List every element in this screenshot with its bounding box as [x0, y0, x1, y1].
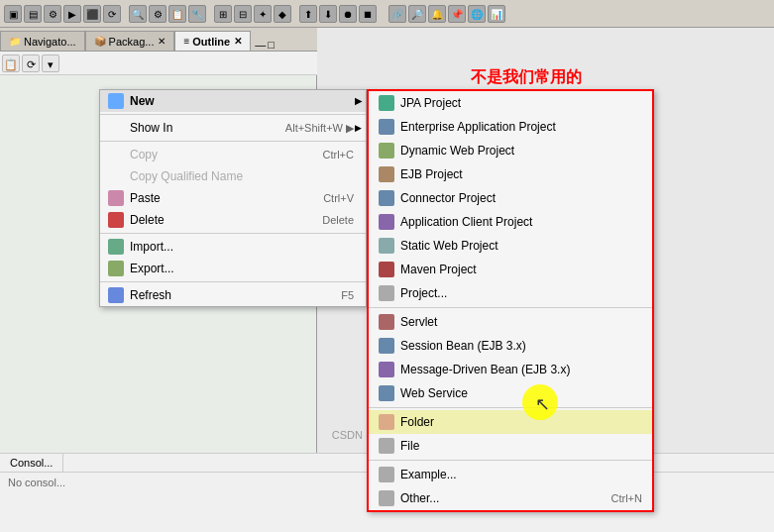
tab-outline[interactable]: ≡ Outline ✕ [174, 31, 251, 51]
toolbar-icon-1[interactable]: ▣ [4, 5, 22, 23]
toolbar-icon-19[interactable]: 🔗 [388, 5, 406, 23]
toolbar-icon-6[interactable]: ⟳ [103, 5, 121, 23]
toolbar-icon-23[interactable]: 🌐 [468, 5, 486, 23]
refresh-icon [108, 287, 124, 303]
separator-1 [100, 114, 366, 115]
toolbar-icon-8[interactable]: ⚙ [149, 5, 166, 23]
toolbar-icon-13[interactable]: ✦ [254, 5, 272, 23]
annotation-label: 不是我们常用的 [471, 68, 582, 85]
toolbar-icon-7[interactable]: 🔍 [129, 5, 147, 23]
menu-show-in-label: Show In [130, 121, 172, 135]
show-in-shortcut: Alt+Shift+W ▶ [266, 122, 354, 135]
toolbar-icon-18[interactable]: ⏹ [359, 5, 377, 23]
submenu-folder-label: Folder [400, 415, 434, 429]
other-shortcut: Ctrl+N [611, 492, 642, 504]
submenu-other-label: Other... [400, 491, 439, 505]
submenu-session-label: Session Bean (EJB 3.x) [400, 339, 526, 353]
tab-toolbar-btn1[interactable]: 📋 [2, 54, 20, 72]
submenu-static-label: Static Web Project [400, 239, 498, 253]
submenu-item-maven[interactable]: Maven Project [369, 258, 652, 281]
toolbar-icon-15[interactable]: ⬆ [299, 5, 317, 23]
submenu-item-jpa[interactable]: JPA Project [369, 91, 652, 115]
toolbar-icon-10[interactable]: 🔧 [188, 5, 206, 23]
menu-item-copy-qualified[interactable]: Copy Qualified Name [100, 165, 366, 187]
submenu-item-webservice[interactable]: Web Service [369, 381, 652, 405]
submenu-item-static[interactable]: Static Web Project [369, 234, 652, 258]
console-tab[interactable]: Consol... [0, 454, 63, 472]
new-icon [108, 93, 124, 109]
tab-outline-close[interactable]: ✕ [234, 36, 242, 47]
menu-item-import[interactable]: Import... [100, 236, 366, 258]
toolbar-icon-5[interactable]: ⬛ [83, 5, 101, 23]
submenu-separator-2 [369, 407, 652, 408]
submenu-item-session[interactable]: Session Bean (EJB 3.x) [369, 334, 652, 358]
submenu-item-servlet[interactable]: Servlet [369, 310, 652, 334]
menu-item-delete[interactable]: Delete Delete [100, 209, 366, 231]
submenu-item-message[interactable]: Message-Driven Bean (EJB 3.x) [369, 358, 652, 381]
toolbar-icon-11[interactable]: ⊞ [214, 5, 232, 23]
submenu-item-dynamic[interactable]: Dynamic Web Project [369, 139, 652, 162]
toolbar-icon-17[interactable]: ⏺ [339, 5, 357, 23]
submenu-example-label: Example... [400, 468, 457, 481]
menu-item-export[interactable]: Export... [100, 258, 366, 279]
toolbar-icon-20[interactable]: 🔎 [408, 5, 426, 23]
tab-navigator-label: Navigato... [24, 36, 76, 48]
submenu-item-example[interactable]: Example... [369, 463, 652, 486]
submenu-connector-label: Connector Project [400, 191, 496, 205]
submenu-item-project[interactable]: Project... [369, 281, 652, 305]
tab-package[interactable]: 📦 Packag... ✕ [85, 31, 175, 51]
menu-delete-label: Delete [130, 213, 165, 227]
submenu-item-other[interactable]: Other... Ctrl+N [369, 486, 652, 510]
toolbar-icon-24[interactable]: 📊 [488, 5, 505, 23]
tab-package-close[interactable]: ✕ [158, 36, 166, 47]
example-icon [379, 467, 394, 482]
toolbar-icon-21[interactable]: 🔔 [428, 5, 446, 23]
paste-shortcut: Ctrl+V [303, 192, 354, 204]
menu-item-copy[interactable]: Copy Ctrl+C [100, 144, 366, 165]
toolbar-icon-9[interactable]: 📋 [168, 5, 186, 23]
submenu-item-ejb[interactable]: EJB Project [369, 162, 652, 186]
toolbar-icon-14[interactable]: ◆ [274, 5, 291, 23]
toolbar-icon-3[interactable]: ⚙ [44, 5, 61, 23]
navigator-tab-icon: 📁 [9, 36, 21, 47]
outline-tab-icon: ≡ [183, 36, 189, 47]
menu-item-refresh[interactable]: Refresh F5 [100, 284, 366, 306]
submenu-item-enterprise[interactable]: Enterprise Application Project [369, 115, 652, 139]
submenu-item-file[interactable]: File [369, 434, 652, 458]
connector-icon [379, 190, 394, 206]
menu-copy-label: Copy [130, 148, 158, 161]
separator-4 [100, 281, 366, 282]
top-toolbar: ▣ ▤ ⚙ ▶ ⬛ ⟳ 🔍 ⚙ 📋 🔧 ⊞ ⊟ ✦ ◆ ⬆ ⬇ ⏺ ⏹ 🔗 🔎 … [0, 0, 774, 28]
maven-icon [379, 262, 394, 277]
toolbar-icon-2[interactable]: ▤ [24, 5, 42, 23]
maximize-icon[interactable]: □ [268, 39, 275, 51]
delete-icon [108, 212, 124, 228]
import-icon [108, 239, 124, 255]
tab-toolbar-btn3[interactable]: ▾ [42, 54, 59, 72]
cursor-arrow-icon: ↖ [535, 393, 550, 415]
panel-tabs: 📁 Navigato... 📦 Packag... ✕ ≡ Outline ✕ … [0, 28, 317, 52]
submenu-ejb-label: EJB Project [400, 167, 463, 181]
export-icon [108, 261, 124, 276]
annotation-text: 不是我们常用的 [471, 67, 582, 88]
toolbar-icon-4[interactable]: ▶ [63, 5, 81, 23]
submenu-item-connector[interactable]: Connector Project [369, 186, 652, 210]
submenu-item-folder[interactable]: Folder [369, 410, 652, 434]
session-icon [379, 338, 394, 354]
menu-item-paste[interactable]: Paste Ctrl+V [100, 187, 366, 209]
toolbar-icon-22[interactable]: 📌 [448, 5, 466, 23]
menu-item-show-in[interactable]: Show In Alt+Shift+W ▶ [100, 117, 366, 139]
menu-item-new[interactable]: New [100, 90, 366, 112]
toolbar-icon-12[interactable]: ⊟ [234, 5, 252, 23]
submenu-item-app-client[interactable]: Application Client Project [369, 210, 652, 234]
minimize-icon[interactable]: — [255, 39, 266, 51]
show-in-icon [108, 120, 124, 136]
menu-paste-label: Paste [130, 191, 161, 205]
tab-toolbar-btn2[interactable]: ⟳ [22, 54, 40, 72]
cursor-indicator: ↖ [522, 384, 558, 420]
menu-copy-qualified-label: Copy Qualified Name [130, 169, 243, 183]
toolbar-icon-16[interactable]: ⬇ [319, 5, 337, 23]
submenu-app-client-label: Application Client Project [400, 215, 532, 229]
tab-navigator[interactable]: 📁 Navigato... [0, 31, 85, 51]
submenu-project-label: Project... [400, 286, 447, 300]
